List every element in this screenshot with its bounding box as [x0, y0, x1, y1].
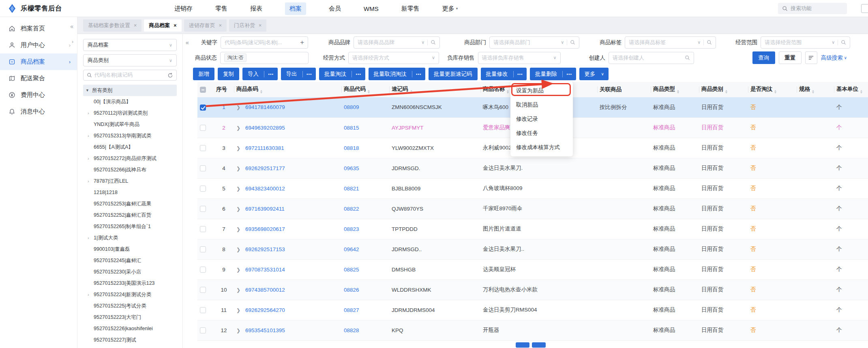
toolbar-button-批量淘汰[interactable]: 批量淘汰⋯ [319, 68, 365, 80]
sort-icon[interactable]: ▲▼ [367, 90, 370, 94]
tree-root-all-categories[interactable]: ▼ 所有类别 [83, 85, 177, 96]
toolbar-button-批量修改[interactable]: 批量修改⋯ [481, 68, 527, 80]
tree-item[interactable]: 9900103|董鑫磊 [83, 243, 177, 255]
filter-control-经营范围[interactable]: 请选择经营范围∨ [761, 36, 850, 49]
expand-row-icon[interactable]: ❯ [236, 328, 240, 333]
search-icon[interactable] [841, 40, 846, 45]
sort-icon[interactable]: ▲▼ [260, 90, 263, 94]
nav-item-会员[interactable]: 会员 [329, 5, 341, 13]
code-link[interactable]: 08815 [344, 125, 359, 131]
sidebar-item-消息中心[interactable]: 消息中心 [0, 103, 77, 120]
code-link[interactable]: 09635 [344, 165, 359, 171]
toolbar-button-更多[interactable]: 更多∨ [579, 68, 609, 80]
nav-item-报表[interactable]: 报表 [250, 5, 262, 13]
toolbar-button-批量删除[interactable]: 批量删除⋯ [530, 68, 576, 80]
tree-item[interactable]: 95270152233|美国演示123 [83, 278, 177, 289]
sort-icon[interactable]: ▲▼ [410, 90, 413, 94]
collapse-filter-icon[interactable]: « [186, 39, 189, 46]
expand-row-icon[interactable]: ❯ [236, 186, 240, 192]
filter-control-商品品牌[interactable]: 请选择商品品牌∨ [354, 36, 440, 49]
toolbar-button-复制[interactable]: 复制 [218, 68, 239, 80]
sort-icon[interactable]: ▲▼ [725, 90, 728, 94]
search-icon[interactable] [570, 40, 575, 45]
tab-基础档案参数设置[interactable]: 基础档案参数设置× [83, 19, 141, 32]
toolbar-button-新增[interactable]: 新增 [193, 68, 214, 80]
column-header-商品代码[interactable]: 商品代码▲▼ [341, 82, 389, 97]
expand-row-icon[interactable]: ❯ [236, 307, 240, 313]
toolbar-button-导入[interactable]: 导入⋯ [242, 68, 278, 80]
sidebar-item-费用中心[interactable]: 费用中心 [0, 87, 77, 103]
advanced-search-link[interactable]: 高级搜索∨ [821, 54, 847, 62]
filter-control-关键字[interactable]: + [221, 36, 308, 49]
barcode-link[interactable]: 6941781460079 [245, 104, 285, 110]
barcode-link[interactable]: 6943823400012 [245, 186, 285, 192]
filter-control-经营方式[interactable]: 请选择经营方式∨ [348, 52, 439, 64]
query-button[interactable]: 查询 [752, 51, 775, 64]
code-link[interactable]: 08826 [344, 287, 359, 293]
barcode-link[interactable]: 6926292564270 [245, 307, 285, 313]
row-checkbox[interactable] [200, 327, 206, 333]
refresh-icon[interactable] [167, 73, 173, 78]
column-settings-button[interactable] [805, 51, 817, 64]
expand-row-icon[interactable]: ❯ [236, 206, 240, 212]
tree-item[interactable]: ›95270152272|商品排序测试 [83, 153, 177, 164]
sort-icon[interactable]: ▲▼ [774, 90, 777, 94]
tree-item[interactable]: 95270152230|采小店 [83, 266, 177, 278]
column-header-商品条码[interactable]: 商品条码▲▼ [234, 82, 341, 97]
tree-item[interactable]: YNDX|测试翠牛商品 [83, 119, 177, 130]
sort-icon[interactable]: ▲▼ [812, 90, 814, 94]
code-link[interactable]: 08825 [344, 267, 359, 273]
sidebar-item-商品档案[interactable]: 商品档案› [0, 53, 77, 70]
tree-item[interactable]: ›95270152224|新测试分类 [83, 289, 177, 300]
code-link[interactable]: 08827 [344, 307, 359, 313]
sidebar-item-配送聚合[interactable]: 配送聚合 [0, 70, 77, 87]
tab-进销存首页[interactable]: 进销存首页× [184, 19, 227, 32]
close-icon[interactable]: × [259, 23, 261, 28]
more-options-icon[interactable]: ⋯ [412, 71, 426, 77]
more-options-icon[interactable]: ⋯ [264, 71, 278, 77]
code-link[interactable]: 08821 [344, 186, 359, 192]
select-all-checkbox[interactable] [200, 87, 206, 93]
expand-row-icon[interactable]: ❯ [236, 125, 240, 131]
barcode-link[interactable]: 6926292517177 [245, 165, 285, 171]
menu-item-修改成本核算方式[interactable]: 修改成本核算方式 [510, 140, 573, 154]
code-link[interactable]: 09642 [344, 246, 359, 252]
tree-item[interactable]: 95270152225|考试分类 [83, 300, 177, 312]
filter-control-商品部门[interactable]: 请选择商品部门∨ [489, 36, 579, 49]
nav-item-档案[interactable]: 档案 [285, 2, 306, 15]
expand-row-icon[interactable]: ❯ [236, 247, 240, 252]
tab-商品档案[interactable]: 商品档案× [144, 19, 181, 32]
nav-item-更多[interactable]: 更多▾ [442, 5, 458, 13]
topbar-edge-icon[interactable] [861, 4, 868, 13]
tree-item[interactable]: 00|【演示商品】 [83, 96, 177, 107]
tree-item[interactable]: 6655|【A测试A】 [83, 141, 177, 153]
tree-item[interactable]: 95270152226|kaoshifenlei [83, 323, 177, 334]
row-checkbox[interactable] [200, 145, 206, 151]
expand-row-icon[interactable]: ❯ [236, 226, 240, 232]
tree-item[interactable]: 95270152245|鑫鲜汇 [83, 255, 177, 266]
nav-item-零售[interactable]: 零售 [215, 5, 227, 13]
reset-button[interactable]: 重置 [779, 51, 802, 64]
barcode-link[interactable]: 6949639202895 [245, 125, 285, 131]
row-checkbox[interactable] [200, 307, 206, 313]
tree-item[interactable]: 1218|1218 [83, 187, 177, 198]
sort-icon[interactable]: ▲▼ [860, 90, 863, 94]
expand-row-icon[interactable]: ❯ [236, 287, 240, 293]
nav-item-WMS[interactable]: WMS [364, 5, 379, 12]
row-checkbox[interactable] [200, 267, 206, 273]
filter-control-商品标签[interactable]: 请选择商品标签∨ [625, 36, 716, 49]
close-icon[interactable]: × [174, 23, 176, 28]
column-header-商品类别[interactable]: 商品类别▲▼ [699, 82, 748, 97]
tree-search-input[interactable]: 代码|名称|速记码 [83, 70, 177, 81]
menu-item-修改记录[interactable]: 修改记录 [510, 112, 573, 126]
sort-icon[interactable]: ▲▼ [677, 90, 679, 94]
column-header-规格[interactable]: 规格▲▼ [797, 82, 834, 97]
tree-item[interactable]: 95270152266|战神吕布 [83, 164, 177, 175]
archive-type-select[interactable]: 商品档案 ∨ [83, 39, 177, 51]
column-header-商品类型[interactable]: 商品类型▲▼ [651, 82, 699, 97]
tree-item[interactable]: 95270152223|大宅门 [83, 312, 177, 323]
row-checkbox[interactable] [200, 105, 206, 111]
tab-门店补货[interactable]: 门店补货× [229, 19, 266, 32]
search-icon[interactable] [707, 40, 712, 45]
filter-control-商品状态[interactable]: 淘汰:否 [220, 52, 309, 64]
